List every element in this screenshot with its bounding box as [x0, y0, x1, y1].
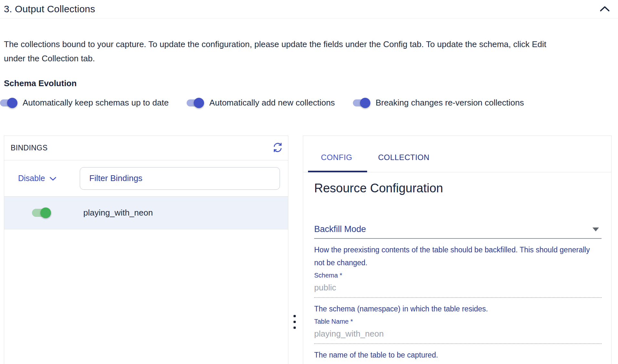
select-underline	[314, 238, 602, 239]
bindings-controls-row: Disable	[4, 160, 288, 197]
drag-dot	[294, 327, 296, 329]
toggle-thumb	[194, 98, 204, 108]
details-tabs: CONFIG COLLECTION	[303, 136, 611, 172]
backfill-mode-label: Backfill Mode	[314, 224, 366, 234]
bindings-panel-header: BINDINGS	[4, 136, 288, 160]
section-description: The collections bound to your capture. T…	[4, 37, 569, 66]
keep-schemas-toggle[interactable]	[0, 99, 17, 106]
schema-field-value: public	[314, 282, 602, 298]
binding-details-panel: CONFIG COLLECTION Resource Configuration…	[303, 136, 612, 364]
drag-dot	[294, 315, 296, 317]
section-title: 3. Output Collections	[4, 4, 95, 15]
tab-collection[interactable]: COLLECTION	[365, 143, 442, 172]
resource-configuration-heading: Resource Configuration	[314, 181, 601, 195]
toggle-group-keep-schemas: Automatically keep schemas up to date	[0, 98, 169, 108]
refresh-bindings-button[interactable]	[272, 142, 283, 154]
binding-name: playing_with_neon	[83, 208, 153, 218]
toggle-label: Automatically keep schemas up to date	[23, 98, 169, 108]
add-collections-toggle[interactable]	[187, 99, 204, 106]
collapse-section-button[interactable]	[599, 5, 610, 13]
toggle-thumb	[40, 207, 51, 218]
tab-config[interactable]: CONFIG	[308, 143, 365, 172]
dropdown-arrow-icon	[592, 228, 599, 231]
table-name-field: Table Name * playing_with_neon The name …	[314, 318, 601, 361]
binding-row[interactable]: playing_with_neon	[4, 197, 288, 229]
chevron-up-icon	[599, 5, 610, 13]
toggle-thumb	[360, 98, 370, 108]
bindings-panel: BINDINGS Disable	[4, 136, 288, 364]
table-name-field-label: Table Name *	[314, 318, 601, 325]
section-header: 3. Output Collections	[0, 0, 618, 18]
schema-field-description: The schema (namespace) in which the tabl…	[314, 302, 602, 315]
filter-bindings-input[interactable]	[80, 167, 280, 190]
toggle-thumb	[7, 98, 17, 108]
schema-field: Schema * public The schema (namespace) i…	[314, 272, 601, 315]
toggle-label: Breaking changes re-version collections	[376, 98, 524, 108]
panel-resize-handle[interactable]	[292, 314, 297, 330]
chevron-down-icon	[49, 174, 57, 183]
active-tab-indicator	[308, 171, 367, 172]
backfill-mode-field: Backfill Mode How the preexisting conten…	[314, 224, 601, 269]
backfill-mode-description: How the preexisting contents of the tabl…	[314, 243, 602, 269]
schema-evolution-heading: Schema Evolution	[4, 78, 618, 88]
disable-button-label: Disable	[18, 174, 45, 183]
table-name-field-description: The name of the table to be captured.	[314, 349, 602, 361]
backfill-mode-select[interactable]: Backfill Mode	[314, 224, 602, 234]
table-name-field-value: playing_with_neon	[314, 329, 602, 344]
drag-dot	[294, 321, 296, 323]
output-collections-section: 3. Output Collections The collections bo…	[0, 0, 618, 364]
toggle-group-add-collections: Automatically add new collections	[187, 98, 335, 108]
schema-field-label: Schema *	[314, 272, 601, 279]
refresh-icon	[272, 142, 283, 154]
disable-dropdown-button[interactable]: Disable	[18, 174, 57, 183]
toggle-group-breaking-changes: Breaking changes re-version collections	[353, 98, 524, 108]
binding-enabled-toggle[interactable]	[32, 209, 51, 217]
schema-evolution-toggles: Automatically keep schemas up to date Au…	[0, 98, 618, 108]
breaking-changes-toggle[interactable]	[353, 99, 370, 106]
config-tab-content: Resource Configuration Backfill Mode How…	[303, 172, 611, 361]
bindings-title: BINDINGS	[11, 144, 47, 152]
toggle-label: Automatically add new collections	[209, 98, 335, 108]
